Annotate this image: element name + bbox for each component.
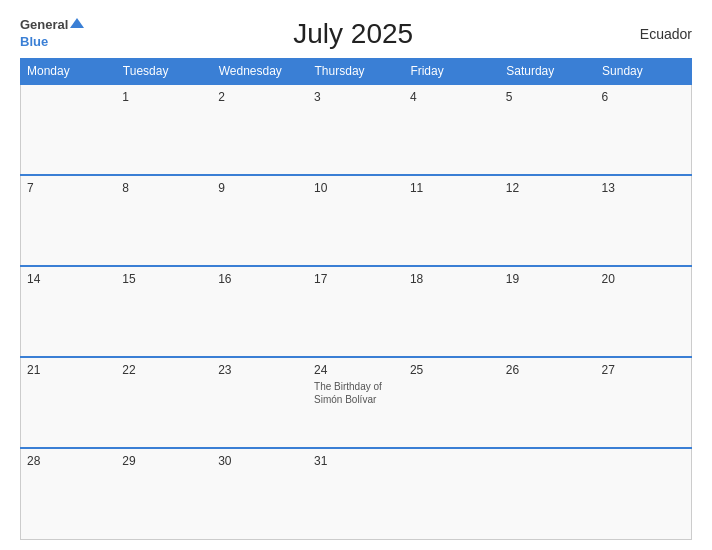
- calendar-title: July 2025: [84, 18, 622, 50]
- day-number: 12: [506, 181, 519, 195]
- day-number: 17: [314, 272, 327, 286]
- day-cell-0-5: 5: [500, 84, 596, 175]
- week-row-5: 28293031: [21, 448, 692, 539]
- header-wednesday: Wednesday: [212, 59, 308, 85]
- day-number: 7: [27, 181, 34, 195]
- day-cell-4-0: 28: [21, 448, 117, 539]
- day-cell-1-0: 7: [21, 175, 117, 266]
- day-cell-0-0: [21, 84, 117, 175]
- day-number: 29: [122, 454, 135, 468]
- day-cell-1-5: 12: [500, 175, 596, 266]
- header-friday: Friday: [404, 59, 500, 85]
- day-cell-3-3: 24The Birthday of Simón Bolívar: [308, 357, 404, 448]
- day-cell-3-6: 27: [596, 357, 692, 448]
- day-number: 20: [602, 272, 615, 286]
- day-number: 21: [27, 363, 40, 377]
- day-number: 23: [218, 363, 231, 377]
- day-cell-1-1: 8: [116, 175, 212, 266]
- holiday-label: The Birthday of Simón Bolívar: [314, 380, 398, 406]
- day-cell-2-2: 16: [212, 266, 308, 357]
- day-cell-2-6: 20: [596, 266, 692, 357]
- day-cell-3-4: 25: [404, 357, 500, 448]
- header-monday: Monday: [21, 59, 117, 85]
- day-cell-1-2: 9: [212, 175, 308, 266]
- header-saturday: Saturday: [500, 59, 596, 85]
- day-cell-3-1: 22: [116, 357, 212, 448]
- logo-general: General: [20, 18, 68, 32]
- header-thursday: Thursday: [308, 59, 404, 85]
- day-cell-4-3: 31: [308, 448, 404, 539]
- day-number: 11: [410, 181, 423, 195]
- week-row-2: 78910111213: [21, 175, 692, 266]
- logo: General Blue: [20, 18, 84, 50]
- day-cell-2-4: 18: [404, 266, 500, 357]
- day-number: 19: [506, 272, 519, 286]
- calendar-header: Monday Tuesday Wednesday Thursday Friday…: [21, 59, 692, 85]
- day-cell-3-0: 21: [21, 357, 117, 448]
- day-cell-2-5: 19: [500, 266, 596, 357]
- day-cell-4-1: 29: [116, 448, 212, 539]
- calendar-body: 123456789101112131415161718192021222324T…: [21, 84, 692, 540]
- day-cell-0-4: 4: [404, 84, 500, 175]
- day-cell-0-3: 3: [308, 84, 404, 175]
- country-label: Ecuador: [622, 26, 692, 42]
- logo-triangle-icon: [70, 18, 84, 28]
- day-number: 15: [122, 272, 135, 286]
- header-tuesday: Tuesday: [116, 59, 212, 85]
- day-cell-1-3: 10: [308, 175, 404, 266]
- day-cell-0-1: 1: [116, 84, 212, 175]
- day-number: 28: [27, 454, 40, 468]
- day-number: 25: [410, 363, 423, 377]
- day-number: 26: [506, 363, 519, 377]
- day-cell-2-0: 14: [21, 266, 117, 357]
- day-number: 1: [122, 90, 129, 104]
- week-row-4: 21222324The Birthday of Simón Bolívar252…: [21, 357, 692, 448]
- day-cell-1-6: 13: [596, 175, 692, 266]
- week-row-1: 123456: [21, 84, 692, 175]
- day-number: 3: [314, 90, 321, 104]
- day-cell-4-4: [404, 448, 500, 539]
- day-cell-3-5: 26: [500, 357, 596, 448]
- day-cell-0-6: 6: [596, 84, 692, 175]
- day-number: 14: [27, 272, 40, 286]
- day-number: 16: [218, 272, 231, 286]
- calendar-page: General Blue July 2025 Ecuador Monday Tu…: [0, 0, 712, 550]
- day-number: 24: [314, 363, 327, 377]
- day-cell-1-4: 11: [404, 175, 500, 266]
- day-number: 18: [410, 272, 423, 286]
- header-sunday: Sunday: [596, 59, 692, 85]
- day-number: 22: [122, 363, 135, 377]
- day-number: 31: [314, 454, 327, 468]
- day-cell-0-2: 2: [212, 84, 308, 175]
- day-number: 30: [218, 454, 231, 468]
- day-number: 2: [218, 90, 225, 104]
- day-cell-4-6: [596, 448, 692, 539]
- day-number: 5: [506, 90, 513, 104]
- day-number: 4: [410, 90, 417, 104]
- day-cell-4-5: [500, 448, 596, 539]
- day-number: 10: [314, 181, 327, 195]
- day-number: 13: [602, 181, 615, 195]
- day-cell-2-3: 17: [308, 266, 404, 357]
- day-number: 8: [122, 181, 129, 195]
- day-cell-3-2: 23: [212, 357, 308, 448]
- logo-blue: Blue: [20, 34, 48, 49]
- weekday-header-row: Monday Tuesday Wednesday Thursday Friday…: [21, 59, 692, 85]
- week-row-3: 14151617181920: [21, 266, 692, 357]
- day-cell-4-2: 30: [212, 448, 308, 539]
- day-number: 9: [218, 181, 225, 195]
- day-number: 6: [602, 90, 609, 104]
- day-cell-2-1: 15: [116, 266, 212, 357]
- calendar-table: Monday Tuesday Wednesday Thursday Friday…: [20, 58, 692, 540]
- day-number: 27: [602, 363, 615, 377]
- header: General Blue July 2025 Ecuador: [20, 18, 692, 50]
